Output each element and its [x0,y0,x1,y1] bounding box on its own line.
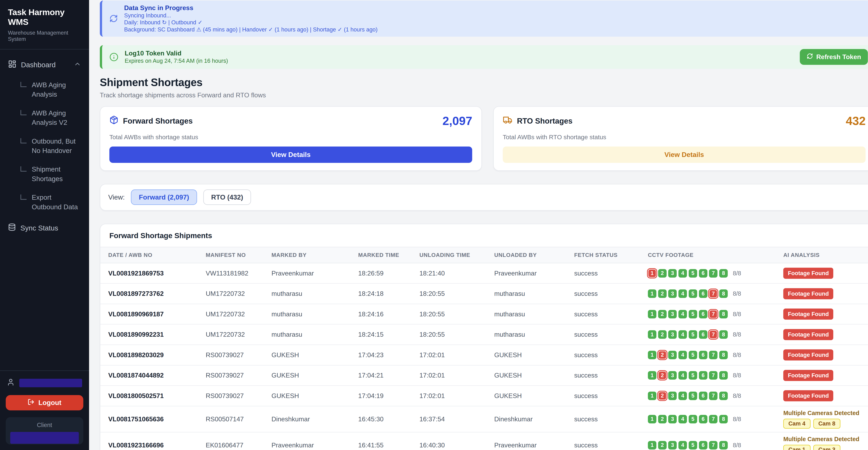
camera-badge[interactable]: 4 [678,441,687,449]
sidebar-item-dashboard[interactable]: Dashboard [7,55,82,75]
camera-badge[interactable]: 3 [668,310,677,318]
table-row[interactable]: VL0081800502571 RS00739027 GUKESH 17:04:… [100,386,868,406]
camera-badge[interactable]: 3 [668,269,677,278]
camera-badge[interactable]: 7 [709,392,717,400]
camera-badge[interactable]: 1 [648,415,656,423]
camera-badge[interactable]: 6 [699,330,707,339]
rto-view-details-button[interactable]: View Details [503,146,866,163]
camera-badge-alert[interactable]: 2 [658,371,666,379]
table-row[interactable]: VL0081890969187 UM17220732 mutharasu 18:… [100,304,868,324]
camera-badge[interactable]: 8 [719,269,728,278]
camera-pill[interactable]: Cam 3 [813,445,840,450]
camera-pill[interactable]: Cam 4 [783,419,810,429]
footage-found-badge[interactable]: Footage Found [783,390,833,401]
camera-badge[interactable]: 4 [678,289,687,298]
camera-badge[interactable]: 4 [678,415,687,423]
sidebar-subitem[interactable]: Shipment Shortages [7,160,82,188]
table-row[interactable]: VL0081921869753 VW113181982 Praveenkumar… [100,263,868,283]
camera-badge-alert[interactable]: 2 [658,351,666,359]
camera-badge[interactable]: 5 [689,415,697,423]
camera-badge[interactable]: 2 [658,269,666,278]
sidebar-subitem[interactable]: Export Outbound Data [7,188,82,216]
camera-badge[interactable]: 1 [648,392,656,400]
camera-badge[interactable]: 1 [648,330,656,339]
camera-badge[interactable]: 6 [699,310,707,318]
forward-view-details-button[interactable]: View Details [110,146,472,163]
camera-badge[interactable]: 5 [689,289,697,298]
camera-badge[interactable]: 4 [678,371,687,379]
camera-badge[interactable]: 6 [699,289,707,298]
camera-badge[interactable]: 3 [668,415,677,423]
table-row[interactable]: VL0081890992231 UM17220732 mutharasu 18:… [100,324,868,345]
camera-badge[interactable]: 3 [668,371,677,379]
footage-found-badge[interactable]: Footage Found [783,370,833,381]
camera-pill[interactable]: Cam 8 [813,419,840,429]
camera-badge[interactable]: 4 [678,392,687,400]
camera-badge[interactable]: 1 [648,310,656,318]
camera-badge[interactable]: 3 [668,289,677,298]
camera-badge[interactable]: 6 [699,392,707,400]
camera-badge[interactable]: 6 [699,371,707,379]
camera-badge[interactable]: 7 [709,371,717,379]
camera-badge[interactable]: 4 [678,269,687,278]
refresh-token-button[interactable]: Refresh Token [800,49,868,65]
table-row[interactable]: VL0081897273762 UM17220732 mutharasu 18:… [100,283,868,304]
table-row[interactable]: VL0081751065636 RS00507147 Dineshkumar 1… [100,406,868,432]
sidebar-item-sync-status[interactable]: Sync Status [7,219,82,237]
camera-badge[interactable]: 8 [719,351,728,359]
camera-badge-alert[interactable]: 7 [709,289,717,298]
camera-badge[interactable]: 5 [689,371,697,379]
table-row[interactable]: VL0081898203029 RS00739027 GUKESH 17:04:… [100,345,868,365]
camera-badge[interactable]: 6 [699,441,707,449]
camera-badge[interactable]: 8 [719,392,728,400]
camera-badge[interactable]: 7 [709,269,717,278]
camera-badge[interactable]: 2 [658,415,666,423]
sidebar-subitem[interactable]: AWB Aging Analysis V2 [7,104,82,132]
camera-badge[interactable]: 7 [709,415,717,423]
camera-badge[interactable]: 2 [658,310,666,318]
camera-badge[interactable]: 1 [648,289,656,298]
footage-found-badge[interactable]: Footage Found [783,268,833,279]
camera-badge[interactable]: 5 [689,310,697,318]
camera-badge[interactable]: 1 [648,371,656,379]
footage-found-badge[interactable]: Footage Found [783,309,833,320]
camera-badge-alert[interactable]: 2 [658,392,666,400]
camera-badge[interactable]: 8 [719,371,728,379]
footage-found-badge[interactable]: Footage Found [783,349,833,361]
camera-badge[interactable]: 3 [668,392,677,400]
camera-badge[interactable]: 3 [668,330,677,339]
camera-badge[interactable]: 5 [689,351,697,359]
camera-badge-alert[interactable]: 7 [709,330,717,339]
camera-badge[interactable]: 8 [719,415,728,423]
camera-badge-alert[interactable]: 1 [648,269,656,278]
footage-found-badge[interactable]: Footage Found [783,329,833,340]
camera-badge[interactable]: 1 [648,351,656,359]
toggle-forward-button[interactable]: Forward (2,097) [131,190,197,205]
camera-pill[interactable]: Cam 1 [783,445,810,450]
footage-found-badge[interactable]: Footage Found [783,288,833,299]
camera-badge[interactable]: 4 [678,330,687,339]
camera-badge[interactable]: 1 [648,441,656,449]
camera-badge[interactable]: 5 [689,269,697,278]
camera-badge[interactable]: 5 [689,330,697,339]
table-row[interactable]: VL0081874044892 RS00739027 GUKESH 17:04:… [100,365,868,386]
camera-badge[interactable]: 6 [699,415,707,423]
camera-badge[interactable]: 2 [658,330,666,339]
camera-badge[interactable]: 3 [668,441,677,449]
camera-badge-alert[interactable]: 7 [709,310,717,318]
camera-badge[interactable]: 2 [658,289,666,298]
sidebar-subitem[interactable]: Outbound, But No Handover [7,132,82,160]
camera-badge[interactable]: 6 [699,351,707,359]
camera-badge[interactable]: 8 [719,330,728,339]
camera-badge[interactable]: 8 [719,441,728,449]
camera-badge[interactable]: 7 [709,441,717,449]
camera-badge[interactable]: 6 [699,269,707,278]
camera-badge[interactable]: 7 [709,351,717,359]
camera-badge[interactable]: 5 [689,392,697,400]
logout-button[interactable]: Logout [6,395,83,411]
camera-badge[interactable]: 2 [658,441,666,449]
camera-badge[interactable]: 3 [668,351,677,359]
camera-badge[interactable]: 8 [719,310,728,318]
camera-badge[interactable]: 4 [678,310,687,318]
camera-badge[interactable]: 4 [678,351,687,359]
